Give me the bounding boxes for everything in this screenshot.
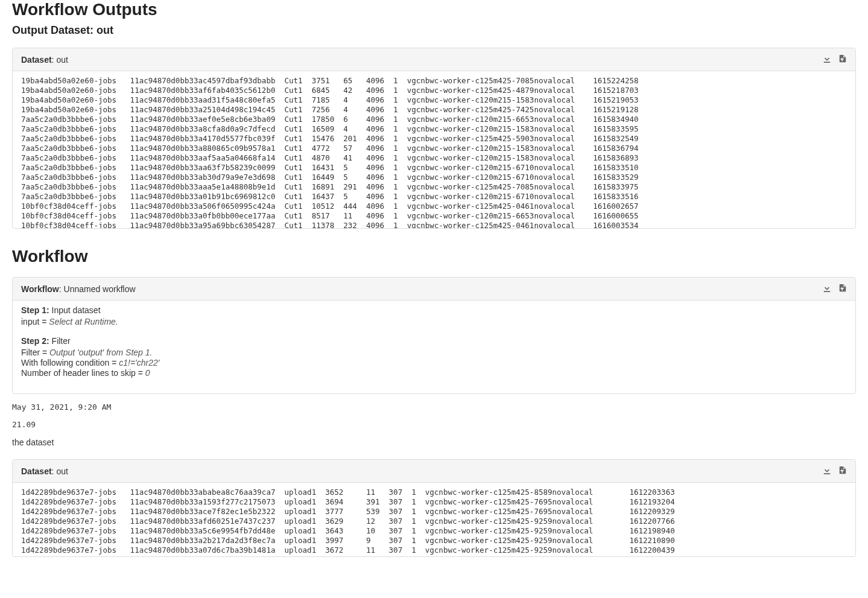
- workflow-card-header: Workflow: Unnamed workflow: [13, 278, 855, 301]
- import-icon[interactable]: [838, 466, 847, 476]
- dataset-card-2-actions: [823, 466, 847, 476]
- workflow-card-body: Step 1: Input datasetinput = Select at R…: [13, 301, 855, 393]
- step-title: Step 2: Filter: [21, 336, 847, 346]
- download-icon[interactable]: [823, 54, 831, 65]
- dataset-name: out: [56, 466, 68, 476]
- dataset-card-1: Dataset: out 19ba4abd50a02e60-jobs 11ac9…: [12, 48, 856, 229]
- output-dataset-heading: Output Dataset: out: [12, 24, 856, 37]
- download-icon[interactable]: [823, 466, 831, 476]
- dataset-card-2-title: Dataset: out: [21, 466, 68, 476]
- dataset-card-1-actions: [823, 54, 847, 65]
- download-icon[interactable]: [823, 284, 831, 294]
- dataset-name: out: [56, 55, 68, 65]
- step-param: Number of header lines to skip = 0: [21, 368, 847, 378]
- workflow-heading: Workflow: [12, 247, 856, 266]
- output-dataset-name: out: [97, 24, 113, 36]
- step-param: input = Select at Runtime.: [21, 317, 847, 326]
- dataset-intro-text: the dataset: [12, 437, 856, 447]
- workflow-step: Step 2: FilterFilter = Output 'output' f…: [21, 336, 847, 378]
- timestamp-text: May 31, 2021, 9:20 AM: [12, 402, 856, 412]
- dataset-card-2: Dataset: out 1d42289bde9637e7-jobs 11ac9…: [12, 459, 856, 557]
- output-dataset-prefix: Output Dataset:: [12, 24, 93, 36]
- version-text: 21.09: [12, 420, 856, 429]
- dataset-label: Dataset: [21, 55, 52, 65]
- dataset-label: Dataset: [21, 466, 52, 476]
- workflow-card-title: Workflow: Unnamed workflow: [21, 284, 136, 294]
- step-param: Filter = Output 'output' from Step 1.: [21, 348, 847, 357]
- workflow-card-actions: [823, 284, 847, 294]
- dataset-card-1-header: Dataset: out: [13, 48, 855, 71]
- dataset-card-2-header: Dataset: out: [13, 460, 855, 483]
- dataset-card-1-title: Dataset: out: [21, 55, 68, 65]
- workflow-outputs-heading: Workflow Outputs: [12, 0, 856, 19]
- dataset-card-2-body: 1d42289bde9637e7-jobs 11ac94870d0bb33aba…: [13, 483, 855, 556]
- dataset-1-rows: 19ba4abd50a02e60-jobs 11ac94870d0bb33ac4…: [21, 76, 847, 228]
- workflow-step: Step 1: Input datasetinput = Select at R…: [21, 305, 847, 326]
- workflow-label: Workflow: [21, 284, 59, 294]
- dataset-2-rows: 1d42289bde9637e7-jobs 11ac94870d0bb33aba…: [21, 488, 847, 555]
- import-icon[interactable]: [838, 54, 847, 65]
- step-param: With following condition = c1!='chr22': [21, 358, 847, 367]
- workflow-card: Workflow: Unnamed workflow Step 1: Input…: [12, 277, 856, 394]
- step-title: Step 1: Input dataset: [21, 305, 847, 315]
- dataset-card-1-body[interactable]: 19ba4abd50a02e60-jobs 11ac94870d0bb33ac4…: [13, 71, 855, 228]
- import-icon[interactable]: [838, 284, 847, 294]
- workflow-name: Unnamed workflow: [64, 284, 136, 294]
